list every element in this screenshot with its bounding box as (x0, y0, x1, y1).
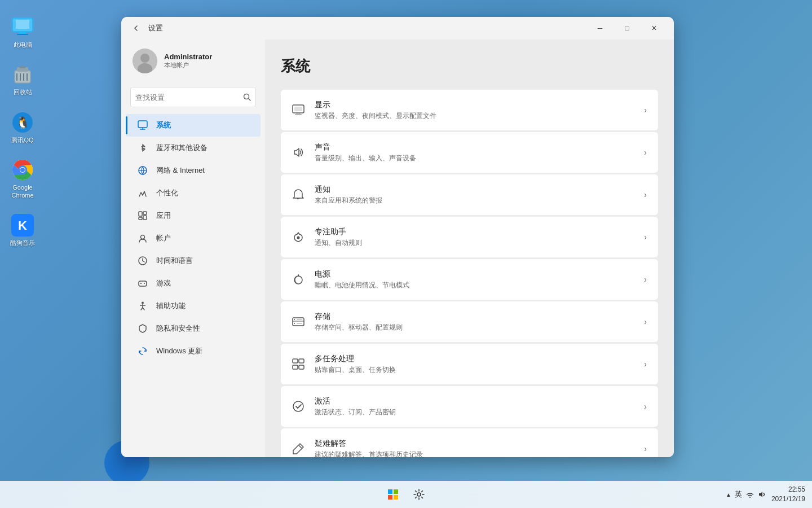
desktop: 此电脑 回收站 🐧 (0, 0, 812, 508)
user-name: Administrator (164, 52, 212, 61)
svg-rect-48 (294, 107, 302, 111)
nav-label-windows-update: Windows 更新 (156, 346, 202, 356)
nav-item-time-lang[interactable]: 时间和语言 (126, 249, 261, 272)
chevron-icon-power: › (644, 275, 647, 284)
svg-rect-33 (139, 217, 142, 220)
chrome-icon (11, 159, 34, 181)
svg-rect-30 (139, 212, 142, 216)
desktop-icon-computer[interactable]: 此电脑 (0, 11, 45, 53)
network-taskbar-icon (745, 491, 754, 498)
card-text-activation: 激活 激活状态、订阅、产品密钥 (315, 396, 644, 417)
accounts-icon (137, 233, 148, 244)
system-icon (137, 120, 148, 131)
minimize-button[interactable]: ─ (587, 19, 613, 37)
svg-rect-63 (293, 365, 298, 369)
nav-item-personalize[interactable]: 个性化 (126, 182, 261, 204)
desktop-icon-recycle[interactable]: 回收站 (0, 59, 45, 100)
svg-rect-70 (394, 495, 398, 500)
settings-card-focus[interactable]: 专注助手 通知、自动规则 › (281, 217, 658, 257)
settings-card-notifications[interactable]: 通知 来自应用和系统的警报 › (281, 174, 658, 215)
taskbar-time-value: 22:55 (771, 485, 805, 494)
activation-icon (292, 400, 304, 413)
time-lang-icon (137, 255, 148, 266)
desktop-icon-chrome[interactable]: Google Chrome (0, 154, 45, 204)
svg-rect-6 (19, 66, 26, 68)
desktop-icons: 此电脑 回收站 🐧 (0, 0, 45, 263)
settings-card-display[interactable]: 显示 监视器、亮度、夜间模式、显示配置文件 › (281, 90, 658, 130)
storage-icon (292, 316, 304, 328)
svg-text:🐧: 🐧 (16, 116, 30, 129)
svg-rect-1 (16, 20, 29, 29)
svg-point-71 (417, 493, 421, 496)
svg-rect-59 (297, 319, 302, 320)
settings-card-troubleshoot[interactable]: 疑难解答 建议的疑难解答、首选项和历史记录 › (281, 428, 658, 457)
taskbar-right: ▲ 英 22:55 2021/12 (726, 485, 805, 504)
close-button[interactable]: ✕ (641, 19, 667, 37)
card-title-activation: 激活 (315, 396, 644, 406)
user-account-type: 本地帐户 (164, 61, 212, 69)
power-icon (292, 273, 304, 286)
taskbar-date-value: 2021/12/19 (771, 494, 805, 504)
settings-taskbar-button[interactable] (407, 483, 431, 506)
nav-item-apps[interactable]: 应用 (126, 204, 261, 227)
maximize-button[interactable]: □ (614, 19, 640, 37)
settings-card-multitask[interactable]: 多任务处理 贴靠窗口、桌面、任务切换 › (281, 344, 658, 384)
settings-card-sound[interactable]: 声音 音量级别、输出、输入、声音设备 › (281, 132, 658, 173)
nav-item-gaming[interactable]: 游戏 (126, 272, 261, 295)
nav-item-accessibility[interactable]: 辅助功能 (126, 295, 261, 317)
card-text-display: 显示 监视器、亮度、夜间模式、显示配置文件 (315, 100, 644, 121)
card-text-troubleshoot: 疑难解答 建议的疑难解答、首选项和历史记录 (315, 439, 644, 458)
taskbar-clock[interactable]: 22:55 2021/12/19 (771, 485, 805, 504)
nav-item-privacy[interactable]: 隐私和安全性 (126, 317, 261, 340)
nav-label-accessibility: 辅助功能 (156, 301, 186, 311)
card-text-focus: 专注助手 通知、自动规则 (315, 227, 644, 248)
nav-item-bluetooth[interactable]: 蓝牙和其他设备 (126, 137, 261, 159)
recycle-label: 回收站 (14, 88, 32, 96)
card-title-storage: 存储 (315, 312, 644, 322)
settings-list: 显示 监视器、亮度、夜间模式、显示配置文件 › (281, 90, 658, 457)
nav-item-accounts[interactable]: 帐户 (126, 227, 261, 249)
nav-item-windows-update[interactable]: Windows 更新 (126, 340, 261, 362)
computer-label: 此电脑 (14, 41, 32, 49)
taskbar-up-arrow[interactable]: ▲ (726, 492, 731, 498)
chevron-icon-multitask: › (644, 360, 647, 369)
svg-rect-38 (139, 281, 147, 286)
nav-item-system[interactable]: 系统 (126, 114, 261, 137)
desktop-icon-kugou[interactable]: K 酷狗音乐 (0, 209, 45, 251)
svg-point-16 (20, 168, 25, 172)
notifications-icon (292, 189, 304, 201)
settings-card-activation[interactable]: 激活 激活状态、订阅、产品密钥 › (281, 386, 658, 427)
card-text-sound: 声音 音量级别、输出、输入、声音设备 (315, 142, 644, 163)
card-title-multitask: 多任务处理 (315, 354, 644, 364)
window-controls: ─ □ ✕ (587, 19, 667, 37)
nav-item-network[interactable]: 网络 & Internet (126, 159, 261, 182)
window-body: Administrator 本地帐户 (121, 40, 674, 457)
card-text-notifications: 通知 来自应用和系统的警报 (315, 185, 644, 205)
recycle-icon (11, 63, 34, 86)
search-input[interactable] (135, 93, 243, 102)
nav-label-apps: 应用 (156, 211, 171, 221)
multitask-icon (292, 358, 304, 370)
card-subtitle-sound: 音量级别、输出、输入、声音设备 (315, 154, 644, 163)
card-subtitle-notifications: 来自应用和系统的警报 (315, 196, 644, 205)
settings-card-storage[interactable]: 存储 存储空间、驱动器、配置规则 › (281, 301, 658, 342)
page-title: 系统 (281, 56, 658, 76)
card-title-display: 显示 (315, 100, 644, 110)
card-subtitle-troubleshoot: 建议的疑难解答、首选项和历史记录 (315, 450, 644, 458)
main-content: 系统 显示 (265, 40, 674, 457)
user-profile[interactable]: Administrator 本地帐户 (121, 40, 265, 85)
back-button[interactable] (128, 20, 144, 36)
settings-card-power[interactable]: 电源 睡眠、电池使用情况、节电模式 › (281, 259, 658, 300)
card-title-troubleshoot: 疑难解答 (315, 439, 644, 449)
svg-marker-72 (759, 492, 762, 497)
svg-rect-49 (296, 113, 301, 114)
taskbar-sys-icons: ▲ 英 (726, 489, 767, 500)
start-button[interactable] (381, 483, 405, 506)
svg-point-57 (294, 319, 295, 320)
card-subtitle-focus: 通知、自动规则 (315, 238, 644, 248)
nav-label-system: 系统 (156, 120, 171, 130)
kugou-icon: K (11, 214, 34, 237)
focus-icon (292, 231, 304, 243)
search-box[interactable] (130, 87, 256, 107)
desktop-icon-qq[interactable]: 🐧 腾讯QQ (0, 107, 45, 148)
